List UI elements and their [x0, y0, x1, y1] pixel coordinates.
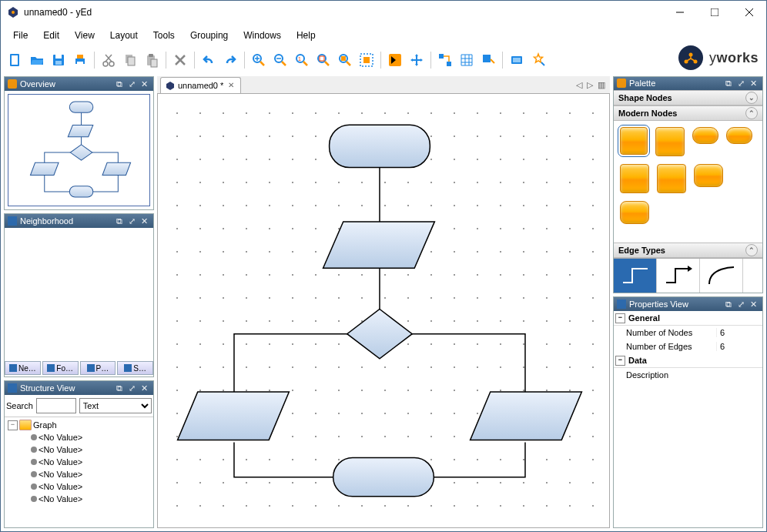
- panel-close-icon[interactable]: ✕: [750, 79, 759, 88]
- pan-mode-button[interactable]: [407, 50, 427, 70]
- save-button[interactable]: [49, 50, 69, 70]
- print-button[interactable]: [70, 50, 90, 70]
- tab-next-icon[interactable]: ▷: [587, 80, 593, 90]
- cut-button[interactable]: [99, 50, 119, 70]
- menu-help[interactable]: Help: [289, 28, 323, 43]
- menu-view[interactable]: View: [67, 28, 102, 43]
- edge-type-curve[interactable]: [700, 259, 743, 293]
- canvas[interactable]: [157, 94, 610, 528]
- palette-shape[interactable]: [657, 164, 686, 193]
- panel-pin-icon[interactable]: ⤢: [129, 216, 138, 226]
- navigator-button[interactable]: [507, 50, 527, 70]
- chevron-up-icon[interactable]: ⌃: [745, 244, 758, 256]
- undo-button[interactable]: [199, 50, 219, 70]
- panel-close-icon[interactable]: ✕: [141, 216, 150, 226]
- mini-tab-p[interactable]: P…: [80, 361, 116, 375]
- tree-node[interactable]: <No Value>: [8, 431, 150, 443]
- minimize-button[interactable]: [662, 1, 697, 24]
- panel-float-icon[interactable]: ⧉: [116, 216, 126, 226]
- overview-canvas[interactable]: [8, 94, 150, 206]
- menu-grouping[interactable]: Grouping: [183, 28, 236, 43]
- parallelogram-node[interactable]: [178, 392, 290, 440]
- terminator-node[interactable]: [333, 458, 434, 497]
- canvas-tab[interactable]: unnamed0 * ✕: [160, 77, 241, 93]
- tree-node[interactable]: <No Value>: [8, 468, 150, 480]
- mini-tab-ne[interactable]: Ne…: [5, 361, 41, 375]
- panel-close-icon[interactable]: ✕: [750, 299, 759, 309]
- panel-pin-icon[interactable]: ⤢: [738, 79, 747, 88]
- props-section-data[interactable]: −Data: [614, 353, 762, 368]
- tree-node[interactable]: <No Value>: [8, 443, 150, 456]
- section-shape-nodes[interactable]: Shape Nodes⌄: [614, 90, 762, 105]
- panel-float-icon[interactable]: ⧉: [725, 79, 735, 88]
- chevron-up-icon[interactable]: ⌃: [745, 107, 758, 119]
- panel-pin-icon[interactable]: ⤢: [738, 299, 747, 309]
- redo-button[interactable]: [220, 50, 240, 70]
- menu-tools[interactable]: Tools: [146, 28, 183, 43]
- palette-shape[interactable]: [620, 127, 648, 155]
- palette-shape[interactable]: [694, 164, 723, 187]
- palette-shape[interactable]: [620, 164, 649, 193]
- decision-node[interactable]: [347, 309, 412, 358]
- auto-layout-button[interactable]: [528, 50, 548, 70]
- structure-tree[interactable]: − Graph <No Value> <No Value> <No Value>…: [5, 417, 153, 507]
- panel-close-icon[interactable]: ✕: [141, 383, 150, 393]
- edge-type-orthogonal[interactable]: [614, 259, 657, 293]
- section-edge-types[interactable]: Edge Types⌃: [614, 243, 762, 258]
- structure-search-input[interactable]: [36, 398, 76, 413]
- panel-close-icon[interactable]: ✕: [141, 79, 150, 89]
- palette-shape[interactable]: [620, 201, 649, 224]
- parallelogram-node[interactable]: [323, 222, 435, 268]
- orthogonal-edges-button[interactable]: [435, 50, 455, 70]
- edge-type-polyline[interactable]: [657, 259, 700, 293]
- fit-content-button[interactable]: [357, 50, 377, 70]
- mini-tab-fo[interactable]: Fo…: [42, 361, 79, 375]
- edit-mode-button[interactable]: [385, 50, 405, 70]
- collapse-icon[interactable]: −: [615, 356, 625, 366]
- new-button[interactable]: [5, 50, 25, 70]
- tab-close-icon[interactable]: ✕: [226, 81, 236, 90]
- menu-file[interactable]: File: [5, 28, 35, 43]
- expand-icon[interactable]: −: [8, 420, 18, 430]
- tab-list-icon[interactable]: ▥: [598, 80, 605, 90]
- zoom-out-button[interactable]: [270, 50, 290, 70]
- palette-shape[interactable]: [692, 127, 718, 144]
- structure-filter-select[interactable]: Text: [79, 398, 152, 413]
- tree-root[interactable]: − Graph: [8, 419, 150, 431]
- close-button[interactable]: [732, 1, 766, 24]
- open-button[interactable]: [27, 50, 47, 70]
- tree-node[interactable]: <No Value>: [8, 480, 150, 493]
- collapse-icon[interactable]: −: [615, 313, 625, 323]
- panel-float-icon[interactable]: ⧉: [725, 299, 735, 309]
- delete-button[interactable]: [170, 50, 190, 70]
- menu-windows[interactable]: Windows: [236, 28, 289, 43]
- maximize-button[interactable]: [697, 1, 732, 24]
- panel-float-icon[interactable]: ⧉: [116, 383, 126, 393]
- zoom-fit-button[interactable]: [313, 50, 333, 70]
- section-modern-nodes[interactable]: Modern Nodes⌃: [614, 105, 762, 121]
- paste-button[interactable]: [142, 50, 162, 70]
- terminator-node[interactable]: [330, 125, 430, 167]
- chevron-down-icon[interactable]: ⌄: [745, 92, 758, 104]
- grid-button[interactable]: [457, 50, 477, 70]
- palette-shape[interactable]: [655, 127, 685, 156]
- tree-node[interactable]: <No Value>: [8, 493, 150, 505]
- parallelogram-node[interactable]: [471, 392, 582, 440]
- props-section-general[interactable]: −General: [614, 311, 762, 326]
- props-row-description[interactable]: Description: [614, 368, 762, 382]
- neighborhood-canvas[interactable]: [5, 228, 153, 360]
- panel-float-icon[interactable]: ⧉: [116, 79, 126, 89]
- zoom-reset-button[interactable]: 1: [292, 50, 312, 70]
- menu-layout[interactable]: Layout: [102, 28, 146, 43]
- menu-edit[interactable]: Edit: [35, 28, 67, 43]
- palette-shape[interactable]: [726, 127, 752, 144]
- zoom-in-button[interactable]: [249, 50, 269, 70]
- mini-tab-s[interactable]: S…: [117, 361, 153, 375]
- tree-node[interactable]: <No Value>: [8, 456, 150, 468]
- tab-prev-icon[interactable]: ◁: [576, 80, 582, 90]
- panel-pin-icon[interactable]: ⤢: [129, 79, 138, 89]
- panel-pin-icon[interactable]: ⤢: [129, 383, 138, 393]
- copy-button[interactable]: [120, 50, 140, 70]
- snap-button[interactable]: [478, 50, 498, 70]
- zoom-selection-button[interactable]: [335, 50, 355, 70]
